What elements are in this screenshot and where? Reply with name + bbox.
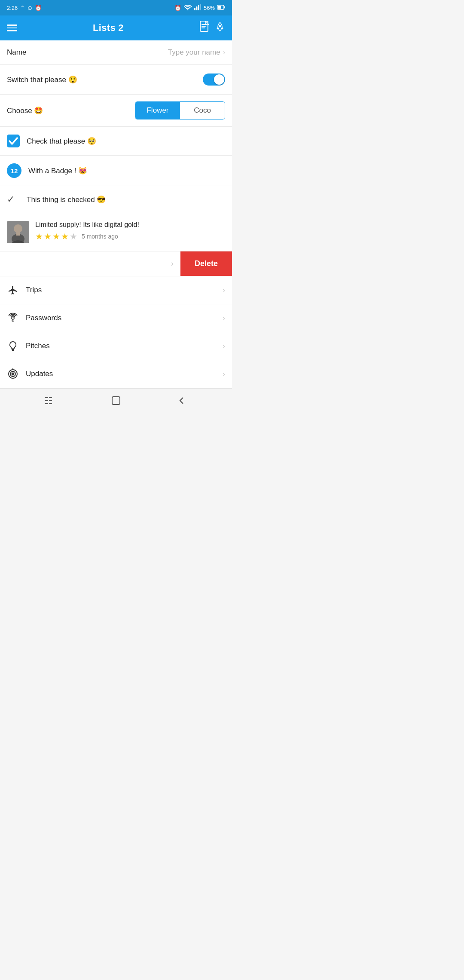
signal-icon	[194, 4, 201, 12]
svg-rect-2	[198, 5, 199, 10]
svg-point-20	[12, 373, 14, 375]
switch-toggle[interactable]	[203, 74, 225, 86]
badge-label: With a Badge ! 😻	[28, 166, 87, 175]
svg-rect-26	[45, 403, 48, 404]
star-rating: ★ ★ ★ ★ ★	[35, 231, 77, 242]
checked-item-row: ✓ This thing is checked 😎	[0, 186, 232, 213]
switch-row: Switch that please 😲	[0, 65, 232, 95]
appointments-row[interactable]: ointments ›	[0, 251, 180, 276]
svg-rect-28	[49, 400, 52, 401]
battery-icon	[217, 5, 225, 11]
battery-percent: 56%	[204, 5, 215, 11]
review-time: 5 months ago	[82, 233, 118, 240]
name-placeholder: Type your name	[168, 48, 220, 57]
svg-rect-24	[45, 397, 48, 398]
alarm-clock-icon: ⏰	[174, 5, 181, 11]
nav-row-trips[interactable]: Trips ›	[0, 276, 232, 304]
app-header: Lists 2	[0, 15, 232, 40]
rocket-icon[interactable]	[215, 21, 225, 34]
svg-rect-27	[49, 397, 52, 398]
bottom-nav-home[interactable]	[107, 391, 125, 410]
avatar	[7, 221, 29, 243]
bottom-navigation	[0, 388, 232, 412]
choose-label: Choose 🤩	[7, 106, 43, 115]
trips-label: Trips	[26, 286, 216, 294]
caret-icon: ⌃	[20, 5, 25, 11]
alarm-icon: ⏰	[35, 5, 42, 11]
passwords-label: Passwords	[26, 314, 216, 322]
checkmark-icon: ✓	[7, 194, 20, 205]
check-row[interactable]: Check that please 🥺	[0, 127, 232, 156]
status-time: 2:26	[7, 5, 18, 11]
pitches-label: Pitches	[26, 342, 216, 350]
lightbulb-icon	[7, 340, 19, 352]
hamburger-menu-icon[interactable]	[7, 24, 17, 31]
name-row[interactable]: Name Type your name ›	[0, 40, 232, 65]
trips-chevron-icon: ›	[223, 286, 225, 295]
review-text: Limited supply! Its like digital gold!	[35, 221, 225, 229]
review-meta: ★ ★ ★ ★ ★ 5 months ago	[35, 231, 225, 242]
checkbox-icon	[7, 135, 20, 147]
svg-rect-18	[16, 232, 20, 236]
svg-rect-6	[224, 6, 225, 8]
svg-rect-9	[201, 26, 206, 27]
check-label: Check that please 🥺	[27, 137, 96, 146]
status-left: 2:26 ⌃ ⊙ ⏰	[7, 5, 42, 11]
updates-label: Updates	[26, 370, 216, 378]
star-2: ★	[44, 231, 52, 242]
name-right: Type your name ›	[168, 48, 225, 57]
checked-label: This thing is checked 😎	[27, 195, 106, 204]
wifi-icon	[184, 4, 192, 12]
svg-rect-25	[45, 400, 48, 401]
pitches-chevron-icon: ›	[223, 342, 225, 351]
svg-point-13	[219, 25, 221, 28]
svg-point-19	[12, 317, 14, 319]
document-icon[interactable]	[199, 21, 209, 35]
main-content: Name Type your name › Switch that please…	[0, 40, 232, 388]
star-3: ★	[52, 231, 60, 242]
segment-coco[interactable]: Coco	[180, 102, 225, 119]
status-right: ⏰ 56%	[174, 4, 225, 12]
star-1: ★	[35, 231, 43, 242]
nav-row-passwords[interactable]: Passwords ›	[0, 304, 232, 332]
passwords-chevron-icon: ›	[223, 314, 225, 323]
segmented-control: Flower Coco	[135, 101, 225, 119]
svg-rect-10	[201, 28, 205, 28]
updates-chevron-icon: ›	[223, 370, 225, 379]
svg-rect-29	[49, 403, 52, 404]
star-4: ★	[61, 231, 69, 242]
segment-flower[interactable]: Flower	[135, 102, 180, 119]
svg-rect-5	[218, 6, 221, 9]
svg-point-16	[14, 224, 22, 233]
appointments-row-container: ointments › Delete	[0, 251, 232, 276]
svg-rect-30	[112, 397, 120, 404]
bottom-nav-menu[interactable]	[41, 391, 60, 410]
nav-row-pitches[interactable]: Pitches ›	[0, 332, 232, 360]
fingerprint-icon	[7, 312, 19, 324]
plane-icon	[7, 284, 19, 296]
bottom-nav-back[interactable]	[172, 391, 191, 410]
svg-rect-0	[194, 8, 195, 10]
badge-row: 12 With a Badge ! 😻	[0, 156, 232, 186]
target-icon: ⊙	[27, 5, 32, 11]
header-title: Lists 2	[93, 22, 124, 34]
delete-button[interactable]: Delete	[180, 251, 232, 276]
svg-rect-1	[196, 6, 197, 10]
star-5: ★	[70, 231, 77, 242]
svg-rect-3	[200, 4, 201, 10]
nav-row-updates[interactable]: Updates ›	[0, 360, 232, 388]
name-chevron-icon: ›	[223, 49, 225, 56]
review-row: Limited supply! Its like digital gold! ★…	[0, 213, 232, 251]
choose-row: Choose 🤩 Flower Coco	[0, 95, 232, 127]
status-bar: 2:26 ⌃ ⊙ ⏰ ⏰ 56%	[0, 0, 232, 15]
appointments-chevron-icon: ›	[171, 259, 174, 268]
switch-label: Switch that please 😲	[7, 75, 77, 84]
review-content: Limited supply! Its like digital gold! ★…	[35, 221, 225, 242]
radar-icon	[7, 368, 19, 380]
header-icons	[199, 21, 225, 35]
badge-count: 12	[7, 163, 21, 178]
name-label: Name	[7, 48, 26, 57]
